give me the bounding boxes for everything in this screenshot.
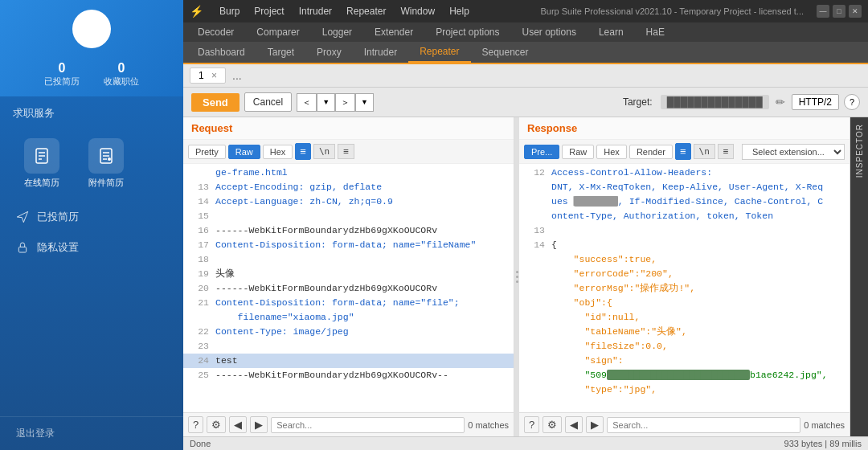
code-line: 13 [519, 223, 850, 238]
response-panel: Response Pre... Raw Hex Render ≡ \n ≡ Se… [519, 117, 850, 436]
request-bottom-bar: ? ⚙ ◀ ▶ 0 matches [183, 412, 514, 436]
menu-repeater[interactable]: Repeater [340, 4, 392, 18]
sidebar-item-online-resume[interactable]: 在线简历 [13, 132, 71, 195]
code-line: 16 ------WebKitFormBoundarydzHb69gXKoOUC… [183, 223, 514, 238]
code-line: "sign": [519, 354, 850, 368]
inspector-panel[interactable]: INSPECTOR [850, 117, 868, 436]
help-button[interactable]: ? [844, 94, 860, 110]
code-line: "success":true, [519, 252, 850, 267]
menu-help[interactable]: Help [443, 4, 476, 18]
stat-submitted: 0 已投简历 [44, 61, 80, 88]
menu-window[interactable]: Window [394, 4, 441, 18]
response-format-btn[interactable]: ≡ [718, 144, 735, 159]
menu-intruder[interactable]: Intruder [293, 4, 338, 18]
online-resume-label: 在线简历 [24, 177, 59, 189]
code-line: filename="xiaoma.jpg" [183, 310, 514, 325]
response-list-icon-btn[interactable]: ≡ [675, 143, 691, 160]
response-next-match-btn[interactable]: ▶ [586, 416, 604, 433]
code-line: 19 头像 [183, 267, 514, 281]
code-line: 12 Access-Control-Allow-Headers: [519, 166, 850, 180]
menu-burp[interactable]: Burp [213, 4, 246, 18]
sidebar-item-attachment-resume[interactable]: 附件简历 [77, 132, 135, 195]
burp-title: Burp Suite Professional v2021.10 - Tempo… [540, 6, 804, 16]
code-line: 18 [183, 252, 514, 267]
nav-back-down-button[interactable]: ▼ [317, 93, 335, 112]
nav-dashboard[interactable]: Dashboard [186, 43, 256, 62]
response-prev-match-btn[interactable]: ◀ [565, 416, 583, 433]
online-resume-icon-box [24, 138, 59, 174]
cancel-button[interactable]: Cancel [244, 92, 292, 112]
request-raw-btn[interactable]: Raw [228, 145, 260, 159]
stat-saved-num: 0 [104, 61, 139, 76]
svg-point-8 [108, 158, 111, 161]
nav-repeater[interactable]: Repeater [408, 42, 470, 63]
edit-target-button[interactable]: ✏ [774, 94, 787, 110]
nav-back-button[interactable]: ＜ [297, 93, 317, 112]
nav-proxy[interactable]: Proxy [305, 43, 353, 62]
nav-comparer[interactable]: Comparer [245, 22, 310, 42]
request-next-match-btn[interactable]: ▶ [250, 416, 268, 433]
request-format-btn[interactable]: ≡ [338, 144, 354, 159]
send-button[interactable]: Send [191, 93, 240, 112]
sidebar-icon-menu: 在线简历 附件简历 [0, 125, 183, 202]
nav-target[interactable]: Target [256, 43, 305, 62]
target-label: Target: [623, 96, 653, 108]
request-newline-btn[interactable]: \n [313, 144, 335, 159]
doc2-icon [96, 146, 116, 166]
request-pretty-btn[interactable]: Pretty [188, 145, 226, 159]
request-list-icon-btn[interactable]: ≡ [295, 143, 311, 160]
status-bar: Done 933 bytes | 89 millis [183, 436, 868, 450]
sidebar-item-privacy[interactable]: 隐私设置 [0, 232, 183, 263]
menu-project[interactable]: Project [248, 4, 290, 18]
nav-learn[interactable]: Learn [588, 22, 635, 42]
code-line: "errorCode":"200", [519, 267, 850, 281]
svg-rect-9 [18, 247, 26, 252]
response-help-icon-btn[interactable]: ? [524, 416, 539, 433]
sidebar-item-submitted[interactable]: 已投简历 [0, 202, 183, 232]
response-render-btn[interactable]: Render [629, 145, 673, 159]
response-raw-btn[interactable]: Raw [562, 145, 594, 159]
repeater-tab-more[interactable]: ... [229, 69, 245, 82]
request-help-icon-btn[interactable]: ? [188, 416, 203, 433]
nav-forward-down-button[interactable]: ▼ [355, 93, 374, 112]
repeater-tab-1[interactable]: 1 × [190, 68, 226, 84]
burp-main: ⚡ Burp Project Intruder Repeater Window … [183, 0, 868, 450]
code-line: ontent-Type, Authorization, token, Token [519, 209, 850, 223]
nav-extender[interactable]: Extender [363, 22, 424, 42]
code-line: "obj":{ [519, 296, 850, 310]
job-service-title: 求职服务 [0, 96, 183, 125]
response-toolbar: Pre... Raw Hex Render ≡ \n ≡ Select exte… [519, 140, 850, 164]
request-prev-match-btn[interactable]: ◀ [229, 416, 247, 433]
stat-saved: 0 收藏职位 [104, 61, 139, 88]
nav-logger[interactable]: Logger [311, 22, 363, 42]
request-content[interactable]: ge-frame.html 13 Accept-Encoding: gzip, … [183, 164, 514, 412]
response-select-extension[interactable]: Select extension... [742, 144, 845, 160]
code-line: 14 Accept-Language: zh-CN, zh;q=0.9 [183, 194, 514, 209]
nav-project-options[interactable]: Project options [424, 22, 510, 42]
close-button[interactable]: ✕ [849, 5, 862, 18]
sidebar-logout[interactable]: 退出登录 [0, 416, 183, 450]
response-settings-icon-btn[interactable]: ⚙ [542, 416, 562, 433]
nav-decoder[interactable]: Decoder [186, 22, 245, 42]
request-hex-btn[interactable]: Hex [263, 145, 293, 159]
response-bottom-bar: ? ⚙ ◀ ▶ 0 matches [519, 412, 850, 436]
request-panel: Request Pretty Raw Hex ≡ \n ≡ ge-frame.h… [183, 117, 514, 436]
nav-forward-button[interactable]: ＞ [335, 93, 355, 112]
status-done-label: Done [190, 439, 211, 448]
nav-user-options[interactable]: User options [511, 22, 588, 42]
response-pretty-btn[interactable]: Pre... [524, 145, 559, 159]
maximize-button[interactable]: □ [833, 5, 845, 18]
response-search-input[interactable] [607, 417, 800, 433]
nav-arrows: ＜ ▼ ＞ ▼ [297, 93, 374, 112]
burp-logo: ⚡ [190, 5, 203, 18]
request-search-input[interactable] [271, 417, 465, 433]
response-hex-btn[interactable]: Hex [596, 145, 627, 159]
response-content[interactable]: 12 Access-Control-Allow-Headers: DNT, X-… [519, 164, 850, 412]
minimize-button[interactable]: — [817, 5, 829, 18]
request-settings-icon-btn[interactable]: ⚙ [207, 416, 226, 433]
nav-sequencer[interactable]: Sequencer [471, 43, 540, 62]
nav-hae[interactable]: HaE [635, 22, 676, 42]
response-newline-btn[interactable]: \n [694, 144, 715, 159]
code-line: "id":null, [519, 310, 850, 325]
nav-intruder[interactable]: Intruder [353, 43, 408, 62]
